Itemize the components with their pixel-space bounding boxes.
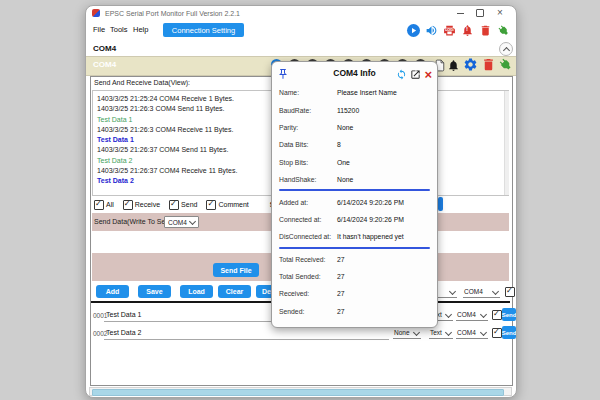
popup-divider: [279, 247, 430, 249]
popup-divider: [279, 189, 430, 191]
popup-row: Data Bits:8: [272, 136, 437, 153]
chevron-down-icon: [480, 310, 487, 317]
port-tab-row: COM4: [86, 42, 516, 56]
log-icon[interactable]: LOG: [442, 23, 456, 37]
popup-row: Parity:None: [272, 119, 437, 136]
toolbar-icons: LOG !: [406, 23, 510, 37]
minimize-button[interactable]: [454, 8, 466, 18]
hidden-button-edge: [438, 197, 443, 211]
menu-file[interactable]: File: [93, 25, 105, 34]
connection-setting-button[interactable]: Connection Setting: [163, 23, 244, 37]
popup-header: COM4 Info ×: [272, 62, 437, 84]
row-checkbox[interactable]: [492, 328, 502, 338]
popup-row: Name:Please Insert Name: [272, 84, 437, 101]
select-all-checkbox[interactable]: [505, 287, 515, 297]
popup-row: Stop Bits:One: [272, 154, 437, 171]
popup-row: BaudRate:115200: [272, 101, 437, 118]
popup-close-icon[interactable]: ×: [424, 69, 432, 81]
speaker-icon[interactable]: [424, 23, 438, 37]
data-view-label: Send And Receive Data(View):: [94, 79, 190, 86]
chevron-down-icon: [445, 310, 452, 317]
popup-row: Total Received:27: [272, 251, 437, 268]
chevron-down-icon: [413, 328, 420, 335]
trash-icon[interactable]: [478, 23, 492, 37]
popup-row: Added at:6/14/2024 9:20:26 PM: [272, 193, 437, 210]
save-button[interactable]: Save: [138, 285, 171, 298]
popup-row: Sended:27: [272, 303, 437, 320]
menu-help[interactable]: Help: [133, 25, 148, 34]
chevron-down-icon: [449, 287, 456, 294]
checkbox-comment[interactable]: Comment: [206, 200, 248, 210]
port-dropdown[interactable]: COM4: [463, 287, 500, 298]
checkbox-send[interactable]: Send: [169, 200, 197, 210]
row-text-field[interactable]: Test Data 2: [106, 329, 141, 336]
desktop-background: EPSC Serial Port Monitor Full Version 2.…: [0, 0, 600, 400]
load-button[interactable]: Load: [180, 285, 213, 298]
refresh-icon[interactable]: [396, 66, 407, 84]
channel-title: COM4: [93, 60, 116, 69]
send-port-dropdown[interactable]: COM4: [164, 216, 199, 228]
bell-icon[interactable]: [447, 58, 460, 76]
checkbox-icon: [206, 200, 216, 210]
chevron-down-icon: [189, 218, 196, 225]
trash-icon-channel[interactable]: [481, 57, 496, 76]
horizontal-scrollbar[interactable]: [89, 387, 512, 396]
app-icon: [92, 9, 100, 17]
row-underline: [104, 339, 389, 340]
scrollbar-thumb[interactable]: [92, 389, 504, 396]
row-checkbox[interactable]: [492, 310, 502, 320]
checkbox-icon: [123, 200, 133, 210]
chevron-up-icon: [502, 46, 509, 53]
clear-button[interactable]: Clear: [218, 285, 251, 298]
checkbox-all[interactable]: All: [94, 200, 114, 210]
port-tab-label[interactable]: COM4: [93, 44, 116, 53]
add-button[interactable]: Add: [96, 285, 129, 298]
window-title: EPSC Serial Port Monitor Full Version 2.…: [105, 10, 240, 17]
title-bar: EPSC Serial Port Monitor Full Version 2.…: [86, 6, 516, 21]
menu-tools[interactable]: Tools: [110, 25, 128, 34]
port-dropdown[interactable]: COM4: [456, 328, 488, 339]
send-button[interactable]: Send: [502, 308, 516, 321]
play-icon[interactable]: [406, 23, 420, 37]
port-dropdown[interactable]: COM4: [456, 310, 488, 321]
plug-icon-channel[interactable]: [498, 57, 513, 76]
app-window: EPSC Serial Port Monitor Full Version 2.…: [85, 5, 517, 398]
gear-icon[interactable]: [463, 57, 478, 76]
row-text-field[interactable]: Test Data 1: [106, 311, 141, 318]
popup-row: Received:27: [272, 285, 437, 302]
popout-icon[interactable]: [410, 66, 421, 84]
chevron-down-icon: [480, 328, 487, 335]
data-view-scrollbar[interactable]: [504, 91, 509, 195]
chevron-down-icon: [492, 287, 499, 294]
format-dropdown[interactable]: Text: [429, 328, 453, 339]
popup-row: HandShake:None: [272, 171, 437, 188]
close-button[interactable]: ×: [494, 8, 506, 18]
alarm-bell-icon[interactable]: !: [460, 23, 474, 37]
plug-icon[interactable]: [496, 23, 510, 37]
maximize-button[interactable]: [474, 8, 486, 18]
menu-bar: File Tools Help Connection Setting LOG !: [86, 21, 516, 42]
com4-info-popup: COM4 Info × Name:Please Insert Name Baud…: [271, 61, 438, 328]
send-button[interactable]: Send: [502, 326, 516, 339]
checkbox-receive[interactable]: Receive: [123, 200, 160, 210]
popup-row: Connected at:6/14/2024 9:20:26 PM: [272, 211, 437, 228]
popup-row: Total Sended:27: [272, 268, 437, 285]
send-file-button[interactable]: Send File: [213, 263, 259, 277]
checkbox-icon: [94, 200, 104, 210]
checkbox-icon: [169, 200, 179, 210]
popup-header-icons: ×: [396, 66, 432, 84]
chevron-down-icon: [445, 328, 452, 335]
popup-row: DisConnected at:It hasn't happened yet: [272, 228, 437, 245]
special-dropdown[interactable]: None: [393, 328, 421, 339]
